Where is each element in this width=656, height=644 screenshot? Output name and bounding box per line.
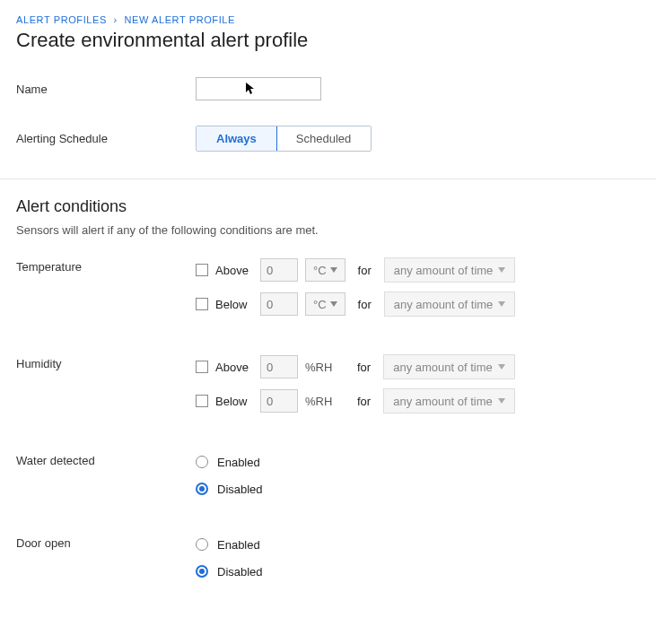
disabled-label: Disabled: [217, 483, 263, 496]
water-enabled-radio[interactable]: [196, 456, 208, 468]
temperature-below-duration-dropdown[interactable]: any amount of time: [384, 292, 516, 317]
disabled-label: Disabled: [217, 565, 263, 579]
temperature-above-duration-dropdown[interactable]: any amount of time: [384, 257, 516, 283]
door-open-label: Door open: [16, 533, 196, 587]
caret-down-icon: [498, 364, 505, 370]
name-label: Name: [16, 83, 196, 96]
duration-label: any amount of time: [394, 264, 494, 277]
caret-down-icon: [498, 267, 505, 273]
breadcrumb: ALERT PROFILES › NEW ALERT PROFILE: [16, 14, 640, 25]
humidity-label: Humidity: [16, 353, 196, 422]
enabled-label: Enabled: [217, 538, 260, 552]
temperature-label: Temperature: [16, 257, 196, 325]
for-label: for: [358, 298, 372, 311]
humidity-above-duration-dropdown[interactable]: any amount of time: [383, 354, 515, 379]
above-label: Above: [215, 264, 253, 277]
for-label: for: [358, 264, 372, 277]
temperature-below-input[interactable]: [260, 292, 298, 316]
temperature-above-checkbox[interactable]: [196, 264, 208, 276]
breadcrumb-parent[interactable]: ALERT PROFILES: [16, 14, 107, 25]
unit-label: °C: [313, 298, 327, 311]
water-disabled-radio[interactable]: [196, 483, 208, 495]
unit-label: °C: [313, 264, 327, 277]
chevron-right-icon: ›: [114, 14, 118, 25]
duration-label: any amount of time: [393, 395, 493, 408]
schedule-option-scheduled[interactable]: Scheduled: [276, 126, 371, 151]
below-label: Below: [215, 395, 253, 408]
below-label: Below: [215, 298, 253, 311]
humidity-above-input[interactable]: [260, 355, 298, 379]
humidity-below-checkbox[interactable]: [196, 395, 208, 407]
caret-down-icon: [330, 267, 337, 273]
for-label: for: [357, 395, 371, 408]
water-detected-label: Water detected: [16, 450, 196, 504]
name-input[interactable]: [196, 77, 321, 100]
caret-down-icon: [330, 301, 337, 307]
humidity-below-input[interactable]: [260, 389, 298, 413]
schedule-segmented-control: Always Scheduled: [196, 126, 372, 152]
caret-down-icon: [498, 398, 505, 404]
alert-conditions-heading: Alert conditions: [16, 197, 640, 216]
schedule-option-always[interactable]: Always: [196, 126, 277, 152]
duration-label: any amount of time: [394, 298, 494, 311]
duration-label: any amount of time: [393, 361, 493, 374]
temperature-above-unit-dropdown[interactable]: °C: [305, 258, 345, 282]
temperature-below-unit-dropdown[interactable]: °C: [305, 292, 345, 316]
breadcrumb-current: NEW ALERT PROFILE: [125, 14, 236, 25]
enabled-label: Enabled: [217, 456, 260, 469]
humidity-unit: %RH: [305, 395, 345, 408]
humidity-above-checkbox[interactable]: [196, 361, 208, 373]
section-divider: [0, 178, 656, 179]
page-title: Create environmental alert profile: [16, 29, 640, 52]
alerting-schedule-label: Alerting Schedule: [16, 132, 196, 145]
door-disabled-radio[interactable]: [196, 565, 208, 578]
alert-conditions-subtext: Sensors will alert if any of the followi…: [16, 223, 640, 237]
humidity-below-duration-dropdown[interactable]: any amount of time: [383, 388, 515, 413]
temperature-above-input[interactable]: [260, 258, 298, 282]
for-label: for: [357, 361, 371, 374]
above-label: Above: [215, 361, 253, 374]
door-enabled-radio[interactable]: [196, 538, 208, 551]
caret-down-icon: [498, 301, 505, 307]
temperature-below-checkbox[interactable]: [196, 298, 208, 310]
humidity-unit: %RH: [305, 361, 345, 374]
